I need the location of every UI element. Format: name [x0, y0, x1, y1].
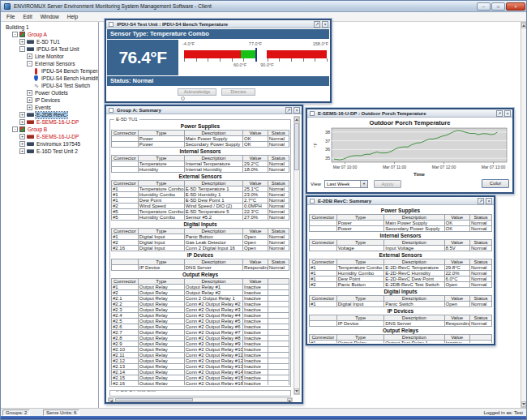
windows-taskbar[interactable]: [1, 416, 527, 420]
color-button[interactable]: Color: [482, 179, 509, 188]
tree-item-ipdu-s4-test-unit[interactable]: -IPDU-S4 Test Unit: [2, 45, 98, 53]
scroll-down-button[interactable]: [521, 401, 526, 407]
expand-icon[interactable]: +: [27, 105, 32, 110]
column-header: Connector: [310, 215, 337, 221]
tree-item-ipdu-s4-bench-humidity[interactable]: IPDU-S4 Bench Humidity: [2, 75, 98, 82]
expand-icon[interactable]: +: [27, 90, 32, 96]
restore-window-button[interactable]: ↗: [496, 110, 503, 117]
scroll-up-button[interactable]: [521, 23, 526, 28]
scroll-right-button[interactable]: [287, 398, 292, 401]
tree-item-ipdu-s4-bench-temperature[interactable]: IPDU-S4 Bench Temperature: [2, 67, 98, 75]
collapse-icon[interactable]: -: [27, 61, 32, 66]
collapse-icon[interactable]: -: [19, 46, 25, 52]
unit-summary-title-bar[interactable]: E-2DB RevC: Summary ↗ ×: [307, 197, 494, 205]
table-cell: Conn #2 Output Relay #14: [184, 370, 242, 375]
expand-icon[interactable]: +: [19, 134, 25, 139]
device-tree: Building 1-Group A+E-5D TU1-IPDU-S4 Test…: [2, 22, 98, 155]
table-row: #1Digital InputPanic ButtonOpenNormal: [112, 234, 289, 240]
tree-item-power-outlets[interactable]: +Power Outlets: [2, 89, 98, 96]
collapse-icon[interactable]: -: [12, 32, 18, 37]
chevron-down-icon[interactable]: ▼: [360, 181, 367, 187]
summary-table: ConnectorTypeDescriptionValue#1Output Re…: [111, 278, 289, 385]
tree-item-external-sensors[interactable]: -External Sensors: [2, 60, 98, 67]
column-header: Value: [444, 315, 470, 321]
collapse-icon[interactable]: -: [12, 126, 18, 132]
table-cell: Output Relay: [138, 358, 184, 364]
table-cell: Inactive: [243, 307, 268, 313]
close-window-button[interactable]: ×: [293, 107, 300, 114]
expand-icon[interactable]: +: [27, 54, 32, 59]
view-select[interactable]: Last Week ▼: [324, 180, 368, 188]
close-window-button[interactable]: ×: [504, 110, 511, 117]
column-header: Description: [184, 181, 242, 186]
tree-item-e-5d-tu1[interactable]: +E-5D TU1: [2, 38, 98, 45]
table-cell: Secondary Power Supply: [384, 226, 444, 232]
table-row: #2.11Output RelayConn #2 Output Relay #1…: [112, 353, 289, 358]
minimize-button[interactable]: –: [477, 2, 491, 11]
restore-window-button[interactable]: ↗: [285, 107, 292, 114]
window-vertical-scrollbar[interactable]: [293, 116, 300, 395]
tree-item-ipdu-s4-test-switch[interactable]: ∿IPDU-S4 Test Switch: [2, 82, 98, 89]
tree-item-e-sems-16-u-dp[interactable]: +E-SEMS-16-U-DP: [2, 133, 98, 140]
close-window-button[interactable]: ×: [322, 21, 328, 28]
scroll-left-button[interactable]: [109, 398, 114, 401]
maximize-button[interactable]: □: [491, 2, 505, 11]
table-cell: Inactive: [243, 290, 268, 296]
restore-window-button[interactable]: ↗: [314, 21, 320, 28]
tree-item-label: E-5D TU1: [36, 39, 61, 45]
table-cell: Normal: [470, 226, 492, 232]
tree-item-e-2db-revc[interactable]: +E-2DB RevC: [2, 111, 98, 118]
sensor-window-title-bar[interactable]: IPDU-S4 Test Unit : IPDU-S4 Bench Temper…: [106, 20, 330, 28]
expand-icon[interactable]: +: [19, 141, 25, 147]
close-window-button[interactable]: ×: [486, 198, 492, 204]
expand-icon[interactable]: +: [19, 119, 25, 125]
tree-item-line-monitor[interactable]: +Line Monitor: [2, 53, 98, 60]
tree-item-group-a[interactable]: -Group A: [2, 31, 98, 38]
dismiss-button[interactable]: Dismiss: [221, 88, 255, 96]
table-row: IP DeviceDNS ServerRespondingNormal: [112, 265, 289, 271]
tree-item-building-1[interactable]: Building 1: [2, 24, 98, 31]
table-cell: Normal: [268, 186, 289, 192]
menu-item-edit[interactable]: Edit: [19, 12, 36, 21]
column-header: [268, 279, 289, 285]
menu-item-help[interactable]: Help: [63, 12, 82, 21]
table-cell: [268, 341, 289, 347]
table-cell: #1: [112, 192, 139, 198]
close-button[interactable]: ×: [506, 2, 525, 11]
window-horizontal-scrollbar[interactable]: [108, 397, 293, 402]
tree-item-e-16d-test-unit-2[interactable]: +E-16D Test Unit 2: [2, 148, 98, 155]
column-header: Type: [138, 229, 184, 234]
column-header: Description: [184, 131, 242, 136]
desktop-vertical-scrollbar[interactable]: [521, 22, 527, 408]
menu-item-file[interactable]: File: [2, 12, 19, 21]
table-cell: Inactive: [243, 381, 268, 386]
apply-button[interactable]: Apply: [374, 180, 401, 188]
tree-item-e-sems-16-u-dp[interactable]: +E-SEMS-16-U-DP: [2, 118, 98, 126]
table-cell: [310, 221, 337, 226]
scroll-down-button[interactable]: [294, 388, 299, 394]
table-cell: E-5D Temperature 1: [184, 186, 242, 192]
acknowledge-button[interactable]: Acknowledge: [178, 88, 216, 96]
table-cell: Output Relay: [138, 341, 184, 347]
scroll-up-button[interactable]: [294, 117, 299, 122]
scrollbar-thumb[interactable]: [294, 123, 299, 170]
chart-window-title-bar[interactable]: E-SEMS-16-U-DP : Outdoor Porch Temperatu…: [307, 109, 512, 118]
table-row: PowerMain Power SupplyOKNormal: [112, 136, 289, 142]
table-header-row: ConnectorTypeDescriptionValueStatus: [112, 131, 289, 136]
expand-icon[interactable]: +: [19, 148, 25, 154]
tree-item-label: E-16D Test Unit 2: [36, 148, 79, 155]
expand-icon[interactable]: +: [27, 97, 32, 103]
table-cell: Output Relay: [138, 319, 184, 324]
group-summary-title-bar[interactable]: Group A: Summary ↗ ×: [106, 106, 302, 114]
menu-item-window[interactable]: Window: [36, 12, 63, 21]
table-cell: Power: [336, 221, 384, 226]
tree-item-enviromux-197545[interactable]: +Enviromux 197545: [2, 140, 98, 148]
expand-icon[interactable]: +: [19, 112, 25, 118]
tree-item-group-b[interactable]: -Group B: [2, 126, 98, 133]
tree-item-ip-devices[interactable]: +IP Devices: [2, 96, 98, 104]
restore-window-button[interactable]: ↗: [478, 198, 484, 204]
scrollbar-thumb[interactable]: [115, 398, 193, 401]
expand-icon[interactable]: +: [19, 39, 25, 45]
y-tick-label: 38: [325, 130, 330, 135]
tree-item-events[interactable]: +Events: [2, 104, 98, 111]
